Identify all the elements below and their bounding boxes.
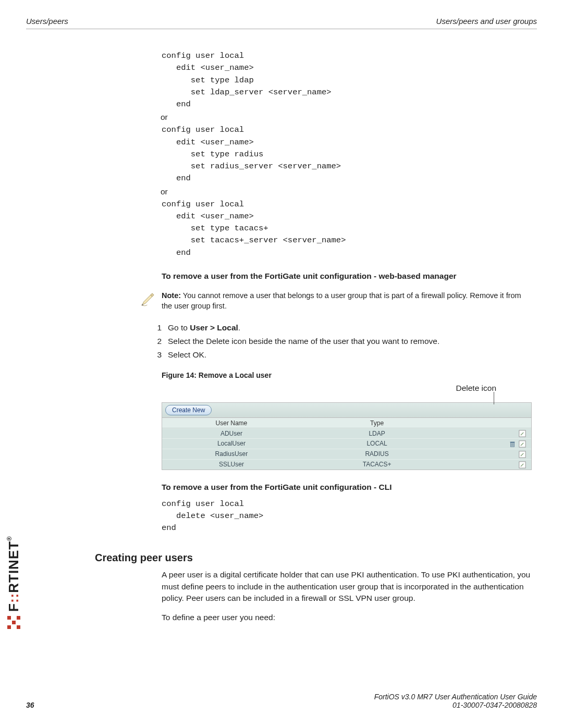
- steps-list: 1 Go to User > Local. 2 Select the Delet…: [162, 323, 532, 360]
- cell-type: TACACS+: [301, 460, 454, 470]
- page-number: 36: [26, 701, 34, 709]
- header-right: Users/peers and user groups: [436, 17, 537, 26]
- col-type: Type: [301, 418, 454, 428]
- note-icon: [140, 291, 156, 307]
- or-separator-1: or: [161, 113, 532, 122]
- toolbar: Create New: [162, 403, 531, 418]
- step-number-2: 2: [150, 337, 162, 346]
- or-separator-2: or: [161, 187, 532, 196]
- users-table-ui: Create New User Name Type ADUser LDAP Lo…: [162, 402, 532, 470]
- step-number-1: 1: [150, 323, 162, 332]
- code-block-radius: config user local edit <user_name> set t…: [162, 124, 532, 184]
- code-block-delete: config user local delete <user_name> end: [162, 498, 532, 535]
- table-row: SSLUser TACACS+: [162, 459, 531, 470]
- paragraph-1: A peer user is a digital certificate hol…: [162, 569, 532, 604]
- cell-username: SSLUser: [162, 460, 301, 470]
- logo-mark-icon: [7, 616, 20, 629]
- step-3-text: Select OK.: [168, 350, 206, 360]
- cell-type: LOCAL: [301, 439, 454, 449]
- table-row: RadiusUser RADIUS: [162, 449, 531, 459]
- note-label: Note:: [162, 291, 181, 300]
- step-1-text: Go to User > Local.: [168, 323, 240, 332]
- heading-remove-web: To remove a user from the FortiGate unit…: [162, 270, 532, 282]
- delete-icon[interactable]: [509, 440, 516, 448]
- edit-icon[interactable]: [519, 461, 526, 468]
- edit-icon[interactable]: [519, 451, 526, 458]
- edit-icon[interactable]: [519, 440, 526, 448]
- header-rule: [26, 29, 537, 29]
- col-username: User Name: [162, 418, 301, 428]
- table-row: ADUser LDAP: [162, 428, 531, 439]
- cell-username: ADUser: [162, 429, 301, 439]
- step-number-3: 3: [150, 350, 162, 360]
- table-row: LocalUser LOCAL: [162, 438, 531, 449]
- delete-icon-label: Delete icon: [162, 384, 496, 393]
- footer-text: FortiOS v3.0 MR7 User Authentication Use…: [374, 693, 537, 709]
- create-new-button[interactable]: Create New: [165, 405, 212, 415]
- heading-remove-cli: To remove a user from the FortiGate unit…: [162, 482, 532, 493]
- col-actions: [453, 418, 531, 428]
- note-block: Note: You cannot remove a user that belo…: [140, 291, 532, 311]
- table-header-row: User Name Type: [162, 418, 531, 428]
- fortinet-logo: F::RTINET®: [6, 536, 22, 629]
- cell-username: LocalUser: [162, 439, 301, 449]
- svg-rect-2: [510, 442, 515, 443]
- cell-type: LDAP: [301, 429, 454, 439]
- step-2-text: Select the Delete icon beside the name o…: [168, 337, 439, 346]
- note-text: You cannot remove a user that belongs to…: [162, 291, 521, 310]
- code-block-tacacs: config user local edit <user_name> set t…: [162, 199, 532, 259]
- cell-type: RADIUS: [301, 449, 454, 459]
- header-left: Users/peers: [26, 17, 68, 26]
- code-block-ldap: config user local edit <user_name> set t…: [162, 50, 532, 110]
- cell-username: RadiusUser: [162, 449, 301, 459]
- paragraph-2: To define a peer user you need:: [162, 612, 532, 623]
- delete-pointer-line: [162, 395, 532, 402]
- section-heading: Creating peer users: [95, 552, 532, 564]
- edit-icon[interactable]: [519, 430, 526, 437]
- figure-caption: Figure 14: Remove a Local user: [162, 371, 532, 379]
